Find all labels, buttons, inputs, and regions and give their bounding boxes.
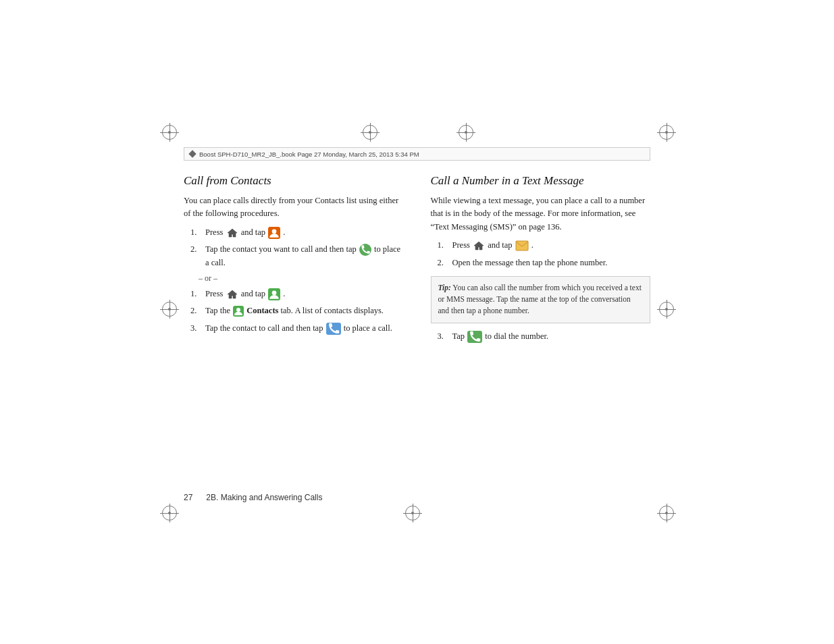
contacts-bold-label: Contacts bbox=[246, 306, 278, 315]
left-section-title: Call from Contacts bbox=[184, 174, 404, 188]
right-step-1: 1. Press and tap bbox=[438, 239, 651, 252]
book-info-text: Boost SPH-D710_MR2_JB_.book Page 27 Mond… bbox=[199, 151, 419, 158]
left-intro-text: You can place calls directly from your C… bbox=[184, 194, 404, 221]
crosshair-bottom-left bbox=[162, 506, 177, 520]
step-2a: 2. Tap the contact you want to call and … bbox=[190, 243, 404, 269]
step-num-3b: 3. bbox=[190, 322, 205, 335]
step-1b: 1. Press and tap . bbox=[190, 288, 404, 300]
step-3-text-after: to dial the number. bbox=[485, 331, 548, 341]
step-num-2b: 2. bbox=[190, 304, 205, 317]
crosshair-top-right bbox=[659, 125, 674, 140]
crosshair-top-mid-right bbox=[459, 125, 473, 140]
right-section-title: Call a Number in a Text Message bbox=[431, 174, 651, 188]
header-diamond-icon bbox=[188, 150, 196, 157]
crosshair-bottom-mid bbox=[405, 506, 420, 520]
step-content-1a: Press and tap . bbox=[205, 226, 404, 239]
header-bar: Boost SPH-D710_MR2_JB_.book Page 27 Mond… bbox=[184, 147, 650, 161]
step-content-2b: Tap the Contacts tab. A list of contacts… bbox=[205, 304, 404, 317]
right-step-content-3: Tap to dial the number. bbox=[452, 330, 651, 343]
phone-dial-icon-3 bbox=[467, 331, 482, 343]
tip-box: Tip: You can also call the number from w… bbox=[431, 276, 651, 323]
crosshair-bottom-right bbox=[659, 506, 674, 520]
left-column: Call from Contacts You can place calls d… bbox=[184, 174, 404, 502]
phone-blue-icon-3b bbox=[326, 323, 341, 335]
phone-green-icon-2a bbox=[359, 244, 371, 256]
envelope-icon-right-1 bbox=[515, 240, 529, 251]
step-num-1b: 1. bbox=[190, 288, 205, 300]
right-column: Call a Number in a Text Message While vi… bbox=[431, 174, 651, 502]
right-intro-text: While viewing a text message, you can pl… bbox=[431, 194, 651, 234]
right-steps: 1. Press and tap bbox=[438, 239, 651, 269]
step-content-3b: Tap the contact to call and then tap to … bbox=[205, 322, 404, 335]
crosshair-mid-right bbox=[659, 302, 674, 317]
steps-group-2: 1. Press and tap . bbox=[190, 288, 404, 335]
step-num-2a: 2. bbox=[190, 243, 205, 269]
step-num-1a: 1. bbox=[190, 226, 205, 239]
home-icon-right-1 bbox=[473, 240, 485, 252]
or-divider: – or – bbox=[199, 273, 404, 284]
crosshair-top-mid-left bbox=[363, 125, 377, 140]
svg-point-2 bbox=[236, 308, 240, 312]
contacts-tab-icon bbox=[233, 306, 244, 317]
svg-rect-3 bbox=[516, 241, 528, 250]
footer: 27 2B. Making and Answering Calls bbox=[184, 493, 650, 502]
right-step-2: 2. Open the message then tap the phone n… bbox=[438, 257, 651, 269]
step-3b: 3. Tap the contact to call and then tap … bbox=[190, 322, 404, 335]
right-step-3-container: 3. Tap to dial the number. bbox=[438, 330, 651, 343]
steps-group-1: 1. Press and tap bbox=[190, 226, 404, 269]
crosshair-top-left bbox=[162, 125, 177, 140]
step-1a: 1. Press and tap bbox=[190, 226, 404, 239]
tip-label: Tip: bbox=[438, 284, 451, 292]
home-icon-1a bbox=[226, 227, 238, 239]
step-content-2a: Tap the contact you want to call and the… bbox=[205, 243, 404, 269]
right-step-3: 3. Tap to dial the number. bbox=[438, 330, 651, 343]
contacts-green-icon-1b bbox=[268, 288, 280, 300]
right-step-num-1: 1. bbox=[438, 239, 452, 252]
step-content-1b: Press and tap . bbox=[205, 288, 404, 300]
right-step-content-2: Open the message then tap the phone numb… bbox=[452, 257, 651, 269]
footer-page-number: 27 bbox=[184, 493, 192, 502]
tip-text: You can also call the number from which … bbox=[438, 284, 642, 315]
content-area: Call from Contacts You can place calls d… bbox=[184, 174, 650, 502]
home-icon-1b bbox=[226, 288, 238, 300]
svg-point-0 bbox=[272, 229, 277, 234]
right-step-num-3: 3. bbox=[438, 330, 452, 343]
footer-chapter-text: 2B. Making and Answering Calls bbox=[206, 493, 322, 502]
right-step-content-1: Press and tap . bbox=[452, 239, 651, 252]
right-step-num-2: 2. bbox=[438, 257, 452, 269]
crosshair-mid-left bbox=[162, 302, 177, 317]
svg-point-1 bbox=[272, 290, 277, 295]
contacts-orange-icon-1a bbox=[268, 227, 280, 239]
step-2b: 2. Tap the Contacts tab. A list of conta… bbox=[190, 304, 404, 317]
